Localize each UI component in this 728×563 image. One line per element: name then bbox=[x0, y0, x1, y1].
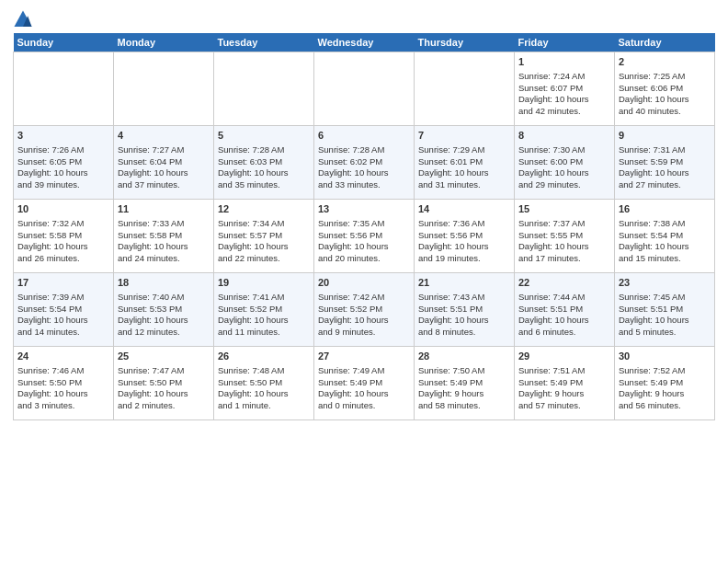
main-container: SundayMondayTuesdayWednesdayThursdayFrid… bbox=[0, 0, 728, 428]
cell-5-7: 30Sunrise: 7:52 AM Sunset: 5:49 PM Dayli… bbox=[615, 347, 715, 420]
day-number: 15 bbox=[518, 202, 610, 216]
cell-4-4: 20Sunrise: 7:42 AM Sunset: 5:52 PM Dayli… bbox=[314, 273, 415, 347]
cell-4-2: 18Sunrise: 7:40 AM Sunset: 5:53 PM Dayli… bbox=[114, 273, 214, 347]
day-info: Sunrise: 7:28 AM Sunset: 6:03 PM Dayligh… bbox=[218, 144, 289, 190]
day-number: 28 bbox=[418, 350, 510, 363]
week-row-1: 1Sunrise: 7:24 AM Sunset: 6:07 PM Daylig… bbox=[14, 52, 715, 126]
col-header-monday: Monday bbox=[114, 33, 214, 52]
cell-4-5: 21Sunrise: 7:43 AM Sunset: 5:51 PM Dayli… bbox=[415, 273, 515, 347]
day-info: Sunrise: 7:42 AM Sunset: 5:52 PM Dayligh… bbox=[318, 292, 389, 337]
day-number: 13 bbox=[318, 202, 410, 216]
cell-5-5: 28Sunrise: 7:50 AM Sunset: 5:49 PM Dayli… bbox=[415, 347, 515, 420]
day-number: 2 bbox=[619, 55, 711, 69]
cell-1-7: 2Sunrise: 7:25 AM Sunset: 6:06 PM Daylig… bbox=[615, 52, 715, 126]
day-number: 11 bbox=[118, 202, 210, 216]
cell-2-5: 7Sunrise: 7:29 AM Sunset: 6:01 PM Daylig… bbox=[415, 126, 515, 200]
day-info: Sunrise: 7:37 AM Sunset: 5:55 PM Dayligh… bbox=[518, 218, 589, 263]
day-number: 5 bbox=[218, 129, 310, 143]
day-info: Sunrise: 7:36 AM Sunset: 5:56 PM Dayligh… bbox=[418, 218, 489, 263]
day-number: 22 bbox=[518, 276, 610, 290]
cell-5-1: 24Sunrise: 7:46 AM Sunset: 5:50 PM Dayli… bbox=[14, 347, 114, 420]
day-info: Sunrise: 7:52 AM Sunset: 5:49 PM Dayligh… bbox=[619, 365, 685, 410]
col-header-tuesday: Tuesday bbox=[214, 33, 314, 52]
cell-3-3: 12Sunrise: 7:34 AM Sunset: 5:57 PM Dayli… bbox=[214, 200, 314, 273]
cell-3-2: 11Sunrise: 7:33 AM Sunset: 5:58 PM Dayli… bbox=[114, 200, 214, 273]
cell-1-2 bbox=[114, 52, 214, 126]
cell-1-6: 1Sunrise: 7:24 AM Sunset: 6:07 PM Daylig… bbox=[515, 52, 615, 126]
day-number: 10 bbox=[17, 202, 109, 216]
day-number: 23 bbox=[619, 276, 711, 290]
day-number: 14 bbox=[418, 202, 510, 216]
cell-4-3: 19Sunrise: 7:41 AM Sunset: 5:52 PM Dayli… bbox=[214, 273, 314, 347]
day-info: Sunrise: 7:44 AM Sunset: 5:51 PM Dayligh… bbox=[518, 292, 589, 337]
cell-4-6: 22Sunrise: 7:44 AM Sunset: 5:51 PM Dayli… bbox=[515, 273, 615, 347]
cell-5-3: 26Sunrise: 7:48 AM Sunset: 5:50 PM Dayli… bbox=[214, 347, 314, 420]
day-info: Sunrise: 7:41 AM Sunset: 5:52 PM Dayligh… bbox=[218, 292, 289, 337]
cell-2-2: 4Sunrise: 7:27 AM Sunset: 6:04 PM Daylig… bbox=[114, 126, 214, 200]
day-info: Sunrise: 7:50 AM Sunset: 5:49 PM Dayligh… bbox=[418, 365, 484, 410]
day-number: 26 bbox=[218, 350, 310, 363]
day-info: Sunrise: 7:51 AM Sunset: 5:49 PM Dayligh… bbox=[518, 365, 585, 410]
day-info: Sunrise: 7:35 AM Sunset: 5:56 PM Dayligh… bbox=[318, 218, 389, 263]
day-number: 24 bbox=[17, 350, 109, 363]
col-header-wednesday: Wednesday bbox=[314, 33, 415, 52]
day-info: Sunrise: 7:33 AM Sunset: 5:58 PM Dayligh… bbox=[118, 218, 188, 263]
day-number: 4 bbox=[118, 129, 210, 143]
cell-2-3: 5Sunrise: 7:28 AM Sunset: 6:03 PM Daylig… bbox=[214, 126, 314, 200]
day-number: 9 bbox=[619, 129, 711, 143]
cell-1-3 bbox=[214, 52, 314, 126]
week-row-4: 17Sunrise: 7:39 AM Sunset: 5:54 PM Dayli… bbox=[14, 273, 715, 347]
cell-3-7: 16Sunrise: 7:38 AM Sunset: 5:54 PM Dayli… bbox=[615, 200, 715, 273]
cell-3-1: 10Sunrise: 7:32 AM Sunset: 5:58 PM Dayli… bbox=[14, 200, 114, 273]
cell-2-7: 9Sunrise: 7:31 AM Sunset: 5:59 PM Daylig… bbox=[615, 126, 715, 200]
day-number: 3 bbox=[17, 129, 109, 143]
day-info: Sunrise: 7:34 AM Sunset: 5:57 PM Dayligh… bbox=[218, 218, 289, 263]
day-number: 8 bbox=[518, 129, 610, 143]
cell-3-4: 13Sunrise: 7:35 AM Sunset: 5:56 PM Dayli… bbox=[314, 200, 415, 273]
cell-4-1: 17Sunrise: 7:39 AM Sunset: 5:54 PM Dayli… bbox=[14, 273, 114, 347]
day-number: 20 bbox=[318, 276, 410, 290]
col-header-sunday: Sunday bbox=[14, 33, 114, 52]
logo-icon bbox=[13, 9, 33, 29]
day-info: Sunrise: 7:28 AM Sunset: 6:02 PM Dayligh… bbox=[318, 144, 389, 190]
day-info: Sunrise: 7:49 AM Sunset: 5:49 PM Dayligh… bbox=[318, 365, 389, 410]
header-row bbox=[13, 9, 715, 29]
cell-5-6: 29Sunrise: 7:51 AM Sunset: 5:49 PM Dayli… bbox=[515, 347, 615, 420]
day-number: 30 bbox=[619, 350, 711, 363]
day-info: Sunrise: 7:29 AM Sunset: 6:01 PM Dayligh… bbox=[418, 144, 489, 190]
cell-4-7: 23Sunrise: 7:45 AM Sunset: 5:51 PM Dayli… bbox=[615, 273, 715, 347]
day-info: Sunrise: 7:45 AM Sunset: 5:51 PM Dayligh… bbox=[619, 292, 689, 337]
week-row-2: 3Sunrise: 7:26 AM Sunset: 6:05 PM Daylig… bbox=[14, 126, 715, 200]
calendar-table: SundayMondayTuesdayWednesdayThursdayFrid… bbox=[13, 33, 715, 420]
cell-5-4: 27Sunrise: 7:49 AM Sunset: 5:49 PM Dayli… bbox=[314, 347, 415, 420]
logo bbox=[13, 9, 37, 29]
day-info: Sunrise: 7:38 AM Sunset: 5:54 PM Dayligh… bbox=[619, 218, 689, 263]
day-number: 17 bbox=[17, 276, 109, 290]
cell-2-6: 8Sunrise: 7:30 AM Sunset: 6:00 PM Daylig… bbox=[515, 126, 615, 200]
day-number: 18 bbox=[118, 276, 210, 290]
cell-5-2: 25Sunrise: 7:47 AM Sunset: 5:50 PM Dayli… bbox=[114, 347, 214, 420]
day-info: Sunrise: 7:47 AM Sunset: 5:50 PM Dayligh… bbox=[118, 365, 188, 410]
cell-1-1 bbox=[14, 52, 114, 126]
cell-1-5 bbox=[415, 52, 515, 126]
header-row: SundayMondayTuesdayWednesdayThursdayFrid… bbox=[14, 33, 715, 52]
day-info: Sunrise: 7:40 AM Sunset: 5:53 PM Dayligh… bbox=[118, 292, 188, 337]
day-info: Sunrise: 7:27 AM Sunset: 6:04 PM Dayligh… bbox=[118, 144, 188, 190]
day-number: 21 bbox=[418, 276, 510, 290]
day-info: Sunrise: 7:46 AM Sunset: 5:50 PM Dayligh… bbox=[17, 365, 88, 410]
day-info: Sunrise: 7:25 AM Sunset: 6:06 PM Dayligh… bbox=[619, 71, 689, 116]
col-header-saturday: Saturday bbox=[615, 33, 715, 52]
day-info: Sunrise: 7:24 AM Sunset: 6:07 PM Dayligh… bbox=[518, 71, 589, 116]
day-number: 7 bbox=[418, 129, 510, 143]
day-info: Sunrise: 7:39 AM Sunset: 5:54 PM Dayligh… bbox=[17, 292, 88, 337]
day-info: Sunrise: 7:26 AM Sunset: 6:05 PM Dayligh… bbox=[17, 144, 88, 190]
week-row-5: 24Sunrise: 7:46 AM Sunset: 5:50 PM Dayli… bbox=[14, 347, 715, 420]
day-number: 1 bbox=[518, 55, 610, 69]
day-info: Sunrise: 7:32 AM Sunset: 5:58 PM Dayligh… bbox=[17, 218, 88, 263]
day-number: 19 bbox=[218, 276, 310, 290]
cell-2-4: 6Sunrise: 7:28 AM Sunset: 6:02 PM Daylig… bbox=[314, 126, 415, 200]
week-row-3: 10Sunrise: 7:32 AM Sunset: 5:58 PM Dayli… bbox=[14, 200, 715, 273]
cell-1-4 bbox=[314, 52, 415, 126]
day-info: Sunrise: 7:31 AM Sunset: 5:59 PM Dayligh… bbox=[619, 144, 689, 190]
day-number: 12 bbox=[218, 202, 310, 216]
